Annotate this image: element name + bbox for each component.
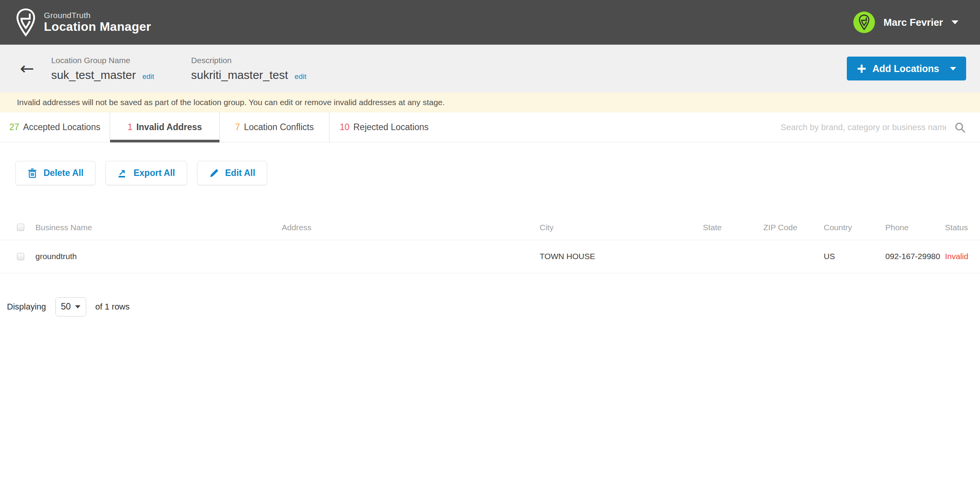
edit-all-button[interactable]: Edit All <box>197 161 267 185</box>
displaying-label: Displaying <box>7 302 46 312</box>
tab-invalid-address[interactable]: 1 Invalid Address <box>110 112 219 142</box>
tab-rejected-locations[interactable]: 10 Rejected Locations <box>329 112 439 142</box>
tab-label: Invalid Address <box>136 122 202 132</box>
search-input[interactable] <box>781 122 946 132</box>
status-badge: Invalid <box>945 240 980 273</box>
tab-label: Accepted Locations <box>23 122 100 132</box>
description-block: Description sukriti_master_test edit <box>191 56 306 82</box>
cell-phone: 092-167-29980 <box>885 240 945 273</box>
table-row: groundtruth TOWN HOUSE US 092-167-29980 … <box>0 240 980 273</box>
cell-address <box>282 240 540 273</box>
delete-all-button[interactable]: Delete All <box>15 161 95 185</box>
delete-all-label: Delete All <box>43 168 84 178</box>
user-menu[interactable]: Marc Fevrier <box>853 12 958 33</box>
search-box <box>781 112 965 142</box>
brand-text: GroundTruth Location Manager <box>44 11 151 33</box>
export-icon <box>117 168 127 178</box>
select-all-checkbox[interactable] <box>17 224 24 231</box>
cell-city: TOWN HOUSE <box>540 240 703 273</box>
groundtruth-pin-icon <box>15 8 36 37</box>
app-title: Location Manager <box>44 20 151 33</box>
add-locations-button[interactable]: Add Locations <box>847 57 966 80</box>
pagination: Displaying 50 of 1 rows <box>7 297 980 316</box>
location-group-name-label: Location Group Name <box>51 56 154 65</box>
plus-icon <box>857 64 866 73</box>
export-all-label: Export All <box>134 168 175 178</box>
description-value: sukriti_master_test <box>191 69 288 82</box>
add-locations-label: Add Locations <box>872 63 939 74</box>
location-group-name-block: Location Group Name suk_test_master edit <box>51 56 154 82</box>
page-size-value: 50 <box>61 301 71 312</box>
bulk-actions: Delete All Export All Edit All <box>15 161 980 185</box>
locations-table: Business Name Address City State ZIP Cod… <box>0 215 980 273</box>
pencil-icon <box>209 168 219 178</box>
page-size-select[interactable]: 50 <box>55 297 86 316</box>
column-address: Address <box>282 215 540 240</box>
back-arrow-icon[interactable]: ← <box>20 60 34 77</box>
tab-label: Rejected Locations <box>353 122 429 132</box>
trash-icon <box>27 168 37 178</box>
tab-count: 10 <box>339 122 350 132</box>
search-icon[interactable] <box>955 122 965 133</box>
chevron-down-icon <box>952 20 958 24</box>
edit-description-link[interactable]: edit <box>294 72 306 81</box>
tab-bar: 27 Accepted Locations 1 Invalid Address … <box>0 112 980 142</box>
table-header-row: Business Name Address City State ZIP Cod… <box>0 215 980 240</box>
edit-all-label: Edit All <box>225 168 255 178</box>
tab-location-conflicts[interactable]: 7 Location Conflicts <box>219 112 329 142</box>
notice-text: Invalid addresses will not be saved as p… <box>17 98 445 107</box>
column-phone: Phone <box>885 215 945 240</box>
export-all-button[interactable]: Export All <box>105 161 187 185</box>
edit-group-name-link[interactable]: edit <box>142 72 154 81</box>
brand-name: GroundTruth <box>44 11 151 20</box>
cell-country: US <box>824 240 885 273</box>
cell-state <box>703 240 763 273</box>
row-checkbox[interactable] <box>17 253 24 260</box>
column-city: City <box>540 215 703 240</box>
app-header: GroundTruth Location Manager Marc Fevrie… <box>0 0 980 45</box>
chevron-down-icon <box>950 67 956 70</box>
column-country: Country <box>824 215 885 240</box>
tab-count: 1 <box>127 122 132 132</box>
tab-count: 27 <box>9 122 19 132</box>
avatar[interactable] <box>853 12 875 33</box>
location-group-name-value: suk_test_master <box>51 69 136 82</box>
tab-label: Location Conflicts <box>244 122 314 132</box>
column-state: State <box>703 215 763 240</box>
column-zip-code: ZIP Code <box>763 215 824 240</box>
column-status: Status <box>945 215 980 240</box>
cell-business-name: groundtruth <box>35 240 282 273</box>
user-name: Marc Fevrier <box>883 17 943 28</box>
rows-count-label: of 1 rows <box>95 302 130 312</box>
tab-accepted-locations[interactable]: 27 Accepted Locations <box>0 112 110 142</box>
description-label: Description <box>191 56 306 65</box>
cell-zip-code <box>763 240 824 273</box>
invalid-address-notice: Invalid addresses will not be saved as p… <box>0 92 980 112</box>
brand-logo: GroundTruth Location Manager <box>15 8 151 37</box>
subheader: ← Location Group Name suk_test_master ed… <box>0 45 980 92</box>
tab-count: 7 <box>235 122 240 132</box>
chevron-down-icon <box>75 305 80 308</box>
column-business-name: Business Name <box>35 215 282 240</box>
avatar-pin-icon <box>858 14 870 30</box>
